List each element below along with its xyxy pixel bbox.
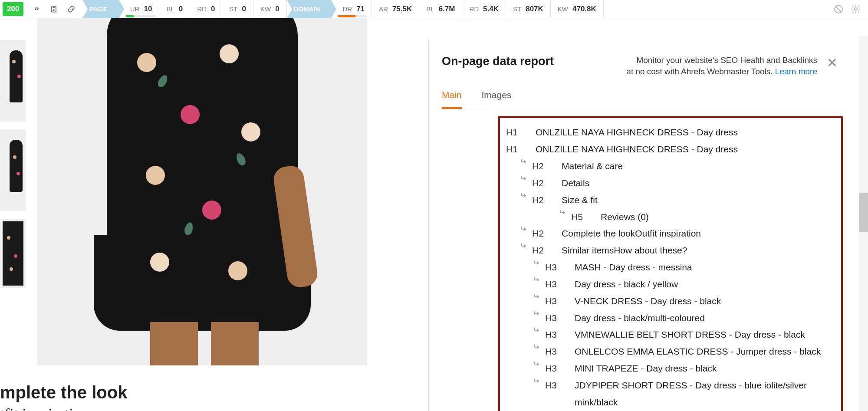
heading-text: MASH - Day dress - messina — [575, 259, 835, 276]
heading-row: H1ONLZILLE NAYA HIGHNECK DRESS - Day dre… — [506, 124, 835, 141]
heading-row: H2Size & fit — [506, 192, 835, 209]
hierarchy-arrow-icon — [519, 158, 529, 166]
heading-level: H2 — [532, 242, 549, 259]
metric-bl-page[interactable]: BL0 — [159, 0, 190, 18]
heading-row: H3V-NECK DRESS - Day dress - black — [506, 293, 835, 310]
tab-main[interactable]: Main — [442, 85, 462, 109]
heading-row: H2Material & care — [506, 158, 835, 175]
metric-ur[interactable]: UR 10 — [119, 0, 160, 18]
heading-text: Size & fit — [562, 192, 835, 209]
headings-report: H1ONLZILLE NAYA HIGHNECK DRESS - Day dre… — [498, 116, 843, 411]
complete-look-heading: mplete the look — [0, 383, 127, 402]
heading-row: H3Day dress - black / yellow — [506, 276, 835, 293]
hierarchy-arrow-icon — [532, 326, 542, 334]
heading-text: Details — [562, 175, 835, 192]
panel-title: On-page data report — [442, 55, 554, 68]
heading-row: H2Details — [506, 175, 835, 192]
metric-st-page[interactable]: ST0 — [222, 0, 253, 18]
metric-ar[interactable]: AR75.5K — [372, 0, 419, 18]
heading-level: H3 — [545, 259, 562, 276]
heading-text: Similar itemsHow about these? — [562, 242, 835, 259]
svg-point-2 — [855, 8, 857, 10]
scrollbar-thumb[interactable] — [859, 193, 868, 232]
seo-toolbar: 200 PAGE UR 10 BL0 RD0 ST0 KW0 DOMAIN DR… — [0, 0, 868, 18]
hierarchy-arrow-icon — [519, 225, 529, 233]
heading-level: H3 — [545, 276, 562, 293]
heading-text: Material & care — [562, 158, 835, 175]
product-main-image[interactable] — [37, 18, 367, 365]
heading-text: MINI TRAPEZE - Day dress - black — [575, 360, 835, 377]
heading-level: H1 — [506, 124, 523, 141]
ur-strength-bar — [126, 15, 134, 17]
heading-level: H3 — [545, 360, 562, 377]
heading-level: H2 — [532, 158, 549, 175]
close-icon[interactable]: ✕ — [827, 56, 838, 69]
http-status-badge: 200 — [3, 2, 23, 16]
heading-level: H3 — [545, 377, 562, 394]
heading-row: H3VMNEWALLIE BELT SHORT DRESS - Day dres… — [506, 326, 835, 343]
browser-scrollbar[interactable] — [859, 36, 868, 411]
hierarchy-arrow-icon — [532, 360, 542, 368]
metric-kw-domain[interactable]: KW470.8K — [551, 0, 604, 18]
heading-text: Complete the lookOutfit inspiration — [562, 225, 835, 242]
clipboard-icon[interactable] — [49, 5, 58, 13]
hierarchy-arrow-icon — [532, 259, 542, 267]
metric-rd-domain[interactable]: RD5.4K — [462, 0, 506, 18]
heading-row: H3MASH - Day dress - messina — [506, 259, 835, 276]
metric-dr[interactable]: DR71 — [331, 0, 372, 18]
product-thumb[interactable] — [0, 40, 26, 122]
heading-row: H5Reviews (0) — [506, 209, 835, 226]
heading-row: H1ONLZILLE NAYA HIGHNECK DRESS - Day dre… — [506, 141, 835, 158]
product-thumb[interactable] — [0, 129, 26, 211]
learn-more-link[interactable]: Learn more — [775, 67, 817, 76]
heading-text: Reviews (0) — [601, 209, 835, 226]
complete-look-section: mplete the look tfit inspiration — [0, 383, 127, 411]
page-section-tag: PAGE — [82, 0, 118, 18]
heading-text: ONLZILLE NAYA HIGHNECK DRESS - Day dress — [536, 141, 835, 158]
heading-level: H2 — [532, 225, 549, 242]
hierarchy-arrow-icon — [519, 242, 529, 250]
heading-text: Day dress - black / yellow — [575, 276, 835, 293]
hierarchy-arrow-icon — [519, 192, 529, 200]
onpage-report-panel: On-page data report Monitor your website… — [429, 40, 851, 411]
hierarchy-arrow-icon — [532, 377, 542, 385]
heading-text: ONLELCOS EMMA ELASTIC DRESS - Jumper dre… — [575, 343, 835, 360]
heading-row: H3ONLELCOS EMMA ELASTIC DRESS - Jumper d… — [506, 343, 835, 360]
heading-text: VMNEWALLIE BELT SHORT DRESS - Day dress … — [575, 326, 835, 343]
promo-text: Monitor your website's SEO Health and Ba… — [626, 55, 817, 77]
heading-row: H2Similar itemsHow about these? — [506, 242, 835, 259]
heading-text: V-NECK DRESS - Day dress - black — [575, 293, 835, 310]
hierarchy-arrow-icon — [558, 209, 569, 217]
heading-level: H2 — [532, 192, 549, 209]
hierarchy-arrow-icon — [532, 276, 542, 284]
heading-row: H3JDYPIPER SHORT DRESS - Day dress - blu… — [506, 377, 835, 411]
domain-section-tag: DOMAIN — [287, 0, 332, 18]
settings-icon[interactable] — [851, 4, 861, 14]
panel-tabs: Main Images — [429, 85, 851, 109]
heading-row: H2Complete the lookOutfit inspiration — [506, 225, 835, 242]
product-thumb[interactable] — [0, 219, 26, 288]
metric-kw-page[interactable]: KW0 — [253, 0, 287, 18]
hierarchy-arrow-icon — [532, 293, 542, 301]
link-icon[interactable] — [67, 5, 76, 13]
heading-text: ONLZILLE NAYA HIGHNECK DRESS - Day dress — [536, 124, 835, 141]
heading-level: H2 — [532, 175, 549, 192]
complete-look-sub: tfit inspiration — [0, 405, 127, 411]
heading-text: JDYPIPER SHORT DRESS - Day dress - blue … — [575, 377, 835, 411]
no-index-icon[interactable] — [833, 4, 844, 14]
redirect-chain-icon[interactable] — [32, 5, 41, 13]
heading-level: H3 — [545, 343, 562, 360]
heading-text: Day dress - black/multi-coloured — [575, 310, 835, 327]
hierarchy-arrow-icon — [519, 175, 529, 183]
dr-strength-bar — [338, 15, 355, 17]
metric-rd-page[interactable]: RD0 — [190, 0, 222, 18]
heading-level: H1 — [506, 141, 523, 158]
hierarchy-arrow-icon — [532, 310, 542, 318]
page-content: mplete the look tfit inspiration On-page… — [0, 18, 868, 411]
heading-row: H3MINI TRAPEZE - Day dress - black — [506, 360, 835, 377]
metric-st-domain[interactable]: ST807K — [506, 0, 551, 18]
heading-level: H3 — [545, 326, 562, 343]
metric-bl-domain[interactable]: BL6.7M — [419, 0, 462, 18]
tab-images[interactable]: Images — [482, 85, 512, 109]
product-thumbnails — [0, 40, 26, 296]
